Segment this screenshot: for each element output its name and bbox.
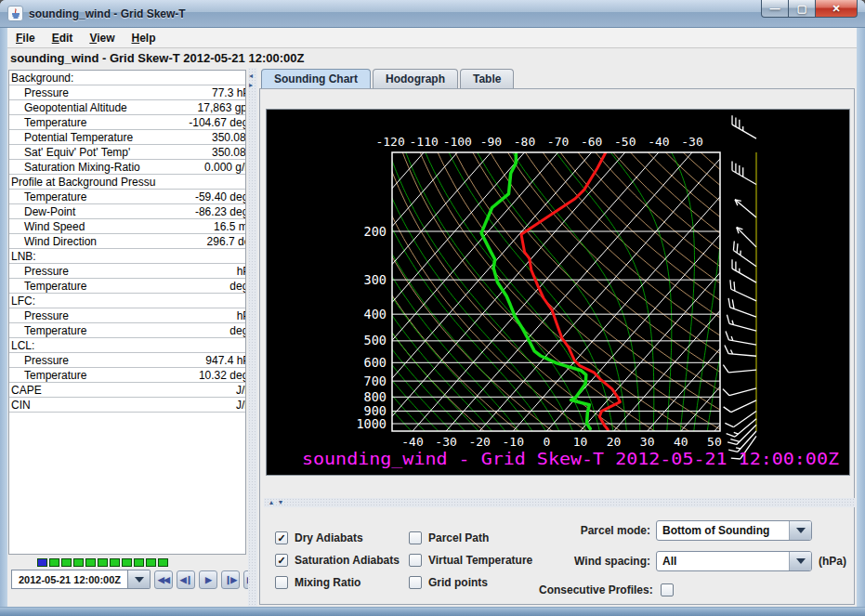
java-icon (7, 6, 23, 21)
time-step-square[interactable] (85, 558, 96, 567)
table-row[interactable]: Pressure77.3 hPa (9, 85, 246, 100)
table-row[interactable]: Wind Direction296.7 deg (9, 234, 246, 249)
row-label: Pressure (9, 309, 156, 322)
pressure-axis-tick: 300 (364, 272, 387, 287)
skewt-chart[interactable]: -120-110-100-90-80-70-60-50-40-30-40-30-… (266, 109, 850, 476)
table-row[interactable]: CINJ/kg (9, 398, 246, 413)
table-row[interactable]: Dew-Point-86.23 degC (9, 204, 246, 219)
row-label: Pressure (9, 354, 156, 367)
parcel-mode-value: Bottom of Sounding (657, 521, 789, 540)
table-row[interactable]: Saturation Mixing-Ratio0.000 g/kg (9, 160, 246, 175)
row-label: Temperature (9, 324, 156, 337)
table-row[interactable]: Temperature10.32 degC (9, 368, 246, 383)
split-pane-divider-vertical[interactable]: ◂ ▸ (248, 68, 257, 607)
table-row[interactable]: Geopotential Altitude17,863 gpm (9, 100, 246, 115)
bottom-axis-tick: 50 (707, 435, 722, 449)
time-step-square[interactable] (49, 558, 59, 567)
step-back-button[interactable]: ◀❙ (177, 570, 195, 589)
table-row[interactable]: TemperaturedegC (9, 323, 246, 338)
table-row[interactable]: Background: (9, 71, 246, 85)
time-step-square[interactable] (134, 558, 144, 567)
chart-panel: Sounding ChartHodographTable -120-110-10… (257, 68, 857, 607)
step-forward-button[interactable]: ❙▶ (221, 570, 240, 589)
time-step-indicator[interactable] (37, 558, 170, 567)
play-button[interactable]: ▶ (199, 570, 217, 589)
table-row[interactable]: LCL: (9, 338, 246, 353)
row-value: 17,863 gpm (156, 101, 246, 114)
table-row[interactable]: CAPEJ/kg (9, 383, 246, 398)
time-step-square[interactable] (61, 558, 72, 567)
pressure-axis-tick: 600 (364, 355, 387, 370)
row-value: 77.3 hPa (156, 86, 246, 99)
row-value: hPa (156, 265, 246, 278)
tab-table[interactable]: Table (460, 69, 514, 88)
row-label: Temperature (9, 280, 156, 293)
display-header-title: sounding_wind - Grid Skew-T 2012-05-21 1… (10, 51, 304, 65)
table-row[interactable]: Potential Temperature350.08 K (9, 130, 246, 145)
checkbox-label: Virtual Temperature (428, 554, 532, 567)
checkbox[interactable] (275, 576, 288, 589)
pressure-axis-tick: 500 (364, 333, 387, 347)
row-label: Background: (9, 72, 156, 85)
row-value: 10.32 degC (156, 369, 246, 382)
table-row[interactable]: Temperature-104.67 degC (9, 115, 246, 130)
row-label: Sat' Equiv' Pot' Temp' (9, 146, 156, 159)
row-value: 350.08 K (156, 131, 246, 144)
table-row[interactable]: TemperaturedegC (9, 279, 246, 294)
wind-spacing-arrow[interactable] (789, 552, 811, 570)
collapse-right-icon[interactable]: ▸ (249, 82, 253, 89)
time-step-square[interactable] (73, 558, 84, 567)
wind-spacing-label: Wind spacing: (548, 555, 650, 568)
checkbox[interactable]: ✓ (275, 531, 288, 544)
table-row[interactable]: Sat' Equiv' Pot' Temp'350.08 K (9, 145, 246, 160)
title-bar[interactable]: sounding_wind - Grid Skew-T — ▢ ✕ (0, 0, 865, 28)
time-step-square[interactable] (110, 558, 120, 567)
consecutive-profiles-checkbox[interactable] (661, 583, 674, 596)
checkbox[interactable] (409, 576, 422, 589)
row-value: 296.7 deg (156, 235, 246, 248)
time-step-square[interactable] (158, 558, 168, 567)
checkbox[interactable]: ✓ (275, 554, 288, 567)
table-row[interactable]: PressurehPa (9, 308, 246, 323)
pressure-axis-tick: 700 (364, 374, 387, 388)
checkbox-label: Parcel Path (428, 531, 489, 544)
row-value: 16.5 m/s (156, 220, 246, 233)
sounding-info-table[interactable]: Background:Pressure77.3 hPaGeopotential … (8, 70, 246, 555)
menu-file[interactable]: File (7, 30, 44, 46)
go-to-start-button[interactable]: ◀◀ (154, 570, 173, 589)
menu-edit[interactable]: Edit (44, 30, 82, 46)
time-step-square[interactable] (146, 558, 156, 567)
parcel-mode-combobox[interactable]: Bottom of Sounding (656, 520, 812, 541)
time-select-arrow[interactable] (128, 570, 151, 589)
row-label: Pressure (9, 86, 156, 99)
wind-spacing-combobox[interactable]: All (656, 551, 812, 571)
parcel-mode-arrow[interactable] (789, 521, 811, 540)
table-row[interactable]: LFC: (9, 294, 246, 308)
checkbox-label: Mixing Ratio (295, 576, 360, 589)
checkbox[interactable] (409, 531, 422, 544)
time-step-square[interactable] (122, 558, 132, 567)
table-row[interactable]: Temperature-59.40 degC (9, 190, 246, 204)
collapse-left-icon[interactable]: ◂ (249, 72, 253, 80)
time-step-square[interactable] (98, 558, 108, 567)
time-select-combobox[interactable]: 2012-05-21 12:00:00Z (11, 570, 151, 589)
row-label: LCL: (9, 339, 156, 352)
table-row[interactable]: PressurehPa (9, 264, 246, 279)
table-row[interactable]: Pressure947.4 hPa (9, 353, 246, 368)
tab-hodograph[interactable]: Hodograph (373, 69, 458, 88)
menu-help[interactable]: Help (124, 30, 164, 46)
checkbox-label: Grid points (428, 576, 488, 589)
table-row[interactable]: Profile at Background Pressure: (9, 175, 246, 190)
menu-view[interactable]: View (81, 30, 123, 46)
window-title: sounding_wind - Grid Skew-T (29, 7, 186, 20)
close-button[interactable]: ✕ (816, 0, 858, 18)
time-step-square[interactable] (37, 558, 47, 567)
checkbox-label: Saturation Adiabats (295, 554, 400, 567)
maximize-button[interactable]: ▢ (789, 0, 816, 18)
tab-sounding-chart[interactable]: Sounding Chart (261, 69, 371, 88)
table-row[interactable]: Wind Speed16.5 m/s (9, 219, 246, 234)
checkbox[interactable] (409, 554, 422, 567)
minimize-button[interactable]: — (761, 0, 789, 18)
table-row[interactable]: LNB: (9, 249, 246, 264)
option-mixing-ratio: Mixing Ratio (275, 576, 360, 589)
